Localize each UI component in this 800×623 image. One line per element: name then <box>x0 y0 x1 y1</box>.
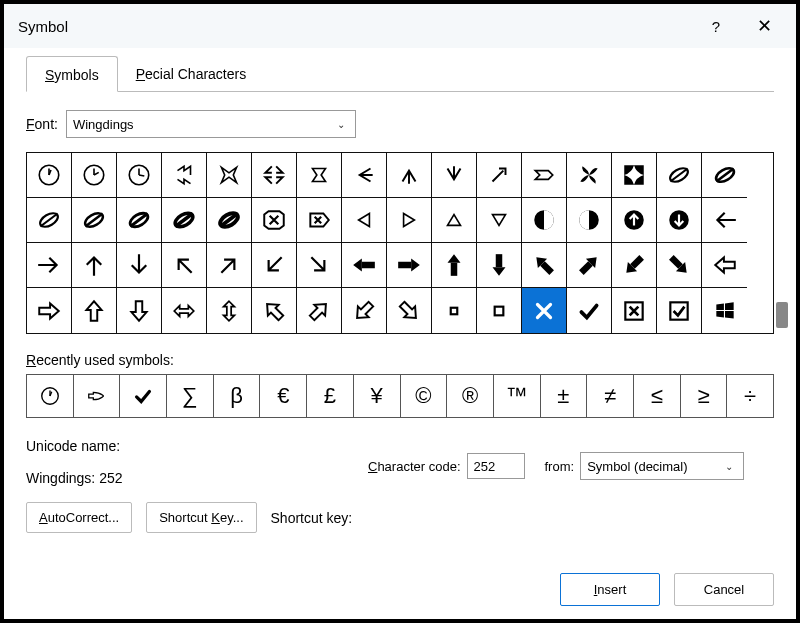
symbol-cell-check-mark[interactable] <box>567 288 612 333</box>
symbol-cell-caret-right[interactable] <box>387 198 432 243</box>
tab-special-characters[interactable]: Pecial Characters <box>118 56 265 91</box>
from-value: Symbol (decimal) <box>587 459 721 474</box>
recent-symbol-15[interactable]: ÷ <box>726 375 773 417</box>
recent-symbol-6[interactable]: £ <box>306 375 353 417</box>
cancel-button[interactable]: Cancel <box>674 573 774 606</box>
symbol-cell-leaf-diag2[interactable] <box>702 153 747 198</box>
insert-button[interactable]: Insert <box>560 573 660 606</box>
symbol-cell-arrow-outline-dr[interactable] <box>387 288 432 333</box>
symbol-cell-arrow-bold-ul[interactable] <box>522 243 567 288</box>
font-input[interactable] <box>73 117 333 132</box>
symbol-cell-arrow-outline-up[interactable] <box>72 288 117 333</box>
recent-symbol-7[interactable]: ¥ <box>353 375 400 417</box>
recent-symbol-13[interactable]: ≤ <box>633 375 680 417</box>
close-button[interactable]: ✕ <box>740 9 788 43</box>
symbol-cell-arrow-bold-right[interactable] <box>387 243 432 288</box>
help-button[interactable]: ? <box>692 9 740 43</box>
symbol-cell-leaf-oval1[interactable] <box>27 198 72 243</box>
scroll-thumb[interactable] <box>776 302 788 328</box>
symbol-cell-arrow-outline-ul[interactable] <box>252 288 297 333</box>
symbol-cell-clock2[interactable] <box>72 153 117 198</box>
symbol-cell-dblarrow4[interactable] <box>297 153 342 198</box>
symbol-cell-pinwheel[interactable] <box>567 153 612 198</box>
symbol-cell-arrow-thin-right[interactable] <box>27 243 72 288</box>
symbol-cell-leaf-bold2[interactable] <box>207 198 252 243</box>
recent-symbol-14[interactable]: ≥ <box>680 375 727 417</box>
symbol-cell-x-tag[interactable] <box>297 198 342 243</box>
symbol-cell-arrow-outline-dl[interactable] <box>342 288 387 333</box>
symbol-cell-dblarrow3[interactable] <box>252 153 297 198</box>
symbol-cell-tail-up[interactable] <box>387 153 432 198</box>
from-select[interactable]: Symbol (decimal) ⌄ <box>580 452 744 480</box>
symbol-cell-leaf-bold1[interactable] <box>162 198 207 243</box>
autocorrect-button[interactable]: AutoCorrect... <box>26 502 132 533</box>
symbol-cell-arrow-bold-dr[interactable] <box>657 243 702 288</box>
symbol-cell-windows-logo[interactable] <box>702 288 747 333</box>
recent-symbol-9[interactable]: ® <box>446 375 493 417</box>
scrollbar[interactable] <box>776 154 788 332</box>
symbol-cell-half-circle-left[interactable] <box>522 198 567 243</box>
symbol-cell-arrow-bold-dl[interactable] <box>612 243 657 288</box>
symbol-cell-arrow-outline-down[interactable] <box>117 288 162 333</box>
symbol-cell-ribbon-right[interactable] <box>522 153 567 198</box>
symbol-cell-tail-diag[interactable] <box>477 153 522 198</box>
symbol-cell-caret-up[interactable] <box>432 198 477 243</box>
titlebar: Symbol ? ✕ <box>4 4 796 48</box>
tabs: Symbols Pecial Characters <box>26 56 774 92</box>
tab-symbols[interactable]: Symbols <box>26 56 118 92</box>
symbol-cell-arrow-outline-lr[interactable] <box>162 288 207 333</box>
recent-symbol-1[interactable] <box>73 375 120 417</box>
symbol-cell-arrow-thin-dl[interactable] <box>252 243 297 288</box>
symbol-cell-arrow-thin-dr[interactable] <box>297 243 342 288</box>
symbol-cell-clock1[interactable] <box>27 153 72 198</box>
symbol-cell-arrow-circle-down[interactable] <box>657 198 702 243</box>
symbol-cell-arrow-bold-left[interactable] <box>342 243 387 288</box>
symbol-cell-x-box[interactable] <box>252 198 297 243</box>
symbol-cell-tail-left[interactable] <box>342 153 387 198</box>
shortcut-key-button[interactable]: Shortcut Key... <box>146 502 256 533</box>
symbol-cell-dblarrow2[interactable] <box>207 153 252 198</box>
recent-symbol-8[interactable]: © <box>400 375 447 417</box>
symbol-cell-square-small-1[interactable] <box>432 288 477 333</box>
symbol-cell-leaf-diag1[interactable] <box>657 153 702 198</box>
symbol-cell-caret-left[interactable] <box>342 198 387 243</box>
symbol-cell-arrow-outline-right[interactable] <box>27 288 72 333</box>
char-code-input[interactable] <box>467 453 525 479</box>
recent-symbols-row: ∑β€£¥©®™±≠≤≥÷ <box>26 374 774 418</box>
symbol-cell-x-boxed[interactable] <box>612 288 657 333</box>
symbol-cell-arrow-thin-down[interactable] <box>117 243 162 288</box>
recent-symbol-12[interactable]: ≠ <box>586 375 633 417</box>
symbol-cell-square-star[interactable] <box>612 153 657 198</box>
font-select[interactable]: ⌄ <box>66 110 356 138</box>
recent-symbol-5[interactable]: € <box>259 375 306 417</box>
symbol-cell-arrow-outline-ud[interactable] <box>207 288 252 333</box>
recent-symbol-3[interactable]: ∑ <box>166 375 213 417</box>
symbol-cell-arrow-thin-up[interactable] <box>72 243 117 288</box>
symbol-cell-clock3[interactable] <box>117 153 162 198</box>
symbol-cell-arrow-bold-down[interactable] <box>477 243 522 288</box>
symbol-cell-arrow-outline-left[interactable] <box>702 243 747 288</box>
symbol-cell-arrow-bold-ur[interactable] <box>567 243 612 288</box>
recent-symbol-2[interactable] <box>119 375 166 417</box>
svg-rect-39 <box>670 302 687 319</box>
recent-symbol-10[interactable]: ™ <box>493 375 540 417</box>
symbol-cell-check-boxed[interactable] <box>657 288 702 333</box>
symbol-cell-arrow-outline-ur[interactable] <box>297 288 342 333</box>
symbol-cell-arrow-bold-up[interactable] <box>432 243 477 288</box>
symbol-cell-leaf-oval3[interactable] <box>117 198 162 243</box>
symbol-cell-half-circle-right[interactable] <box>567 198 612 243</box>
symbol-cell-arrow-thin-left[interactable] <box>702 198 747 243</box>
symbol-cell-x-mark[interactable] <box>522 288 567 333</box>
symbol-cell-dblarrow1[interactable] <box>162 153 207 198</box>
symbol-cell-arrow-thin-ur[interactable] <box>207 243 252 288</box>
symbol-cell-tail-down[interactable] <box>432 153 477 198</box>
symbol-cell-arrow-circle-up[interactable] <box>612 198 657 243</box>
symbol-cell-square-small-2[interactable] <box>477 288 522 333</box>
svg-line-15 <box>40 214 57 227</box>
recent-symbol-0[interactable] <box>26 375 73 417</box>
symbol-cell-caret-down[interactable] <box>477 198 522 243</box>
symbol-cell-arrow-thin-ul[interactable] <box>162 243 207 288</box>
recent-symbol-11[interactable]: ± <box>540 375 587 417</box>
recent-symbol-4[interactable]: β <box>213 375 260 417</box>
symbol-cell-leaf-oval2[interactable] <box>72 198 117 243</box>
